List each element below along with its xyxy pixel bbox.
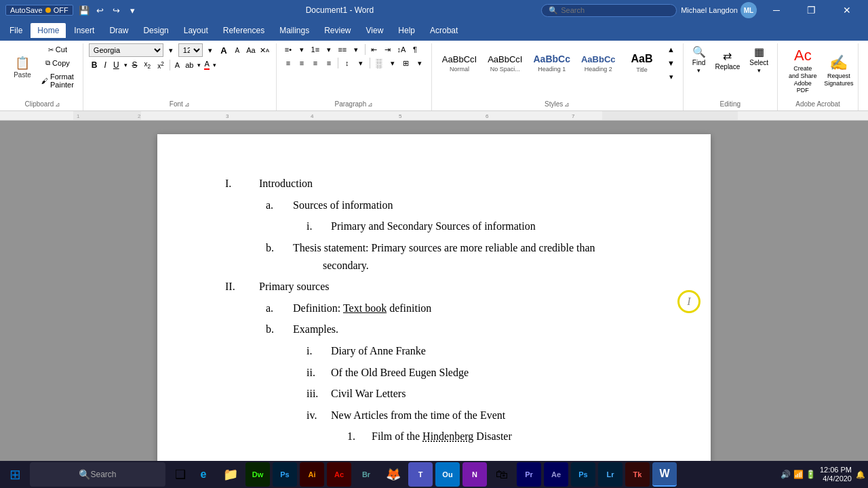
- taskbar-aftereffects[interactable]: Ae: [544, 462, 568, 487]
- numbering-dropdown[interactable]: ▾: [323, 43, 335, 56]
- clear-format-button[interactable]: ✕A: [258, 44, 271, 56]
- search-input[interactable]: [561, 6, 669, 14]
- font-size-select[interactable]: 12: [178, 43, 203, 57]
- more-quick-access-icon[interactable]: ▾: [127, 5, 138, 16]
- dictate-button[interactable]: 🎤 Dictate ▾: [864, 43, 868, 83]
- font-size-dropdown-btn[interactable]: ▾: [204, 44, 216, 56]
- find-button[interactable]: 🔍 Find ▾: [689, 43, 709, 76]
- menu-insert[interactable]: Insert: [67, 23, 101, 38]
- styles-expand-icon[interactable]: ⊿: [564, 101, 570, 108]
- increase-font-button[interactable]: A: [218, 44, 230, 56]
- multilevel-dropdown[interactable]: ▾: [350, 43, 362, 56]
- borders-dropdown[interactable]: ▾: [414, 57, 426, 69]
- menu-layout[interactable]: Layout: [177, 23, 215, 38]
- align-left-button[interactable]: ≡: [282, 57, 294, 69]
- strikethrough-button[interactable]: S: [130, 59, 140, 71]
- menu-design[interactable]: Design: [136, 23, 175, 38]
- italic-button[interactable]: I: [102, 59, 109, 71]
- minimize-button[interactable]: ─: [761, 0, 792, 20]
- taskbar-edge[interactable]: e: [191, 462, 216, 487]
- menu-draw[interactable]: Draw: [102, 23, 135, 38]
- highlight-button[interactable]: ab: [183, 60, 196, 70]
- copy-button[interactable]: ⧉ Copy: [38, 57, 77, 69]
- borders-button[interactable]: ⊞: [400, 57, 412, 69]
- taskbar-illustrator[interactable]: Ai: [300, 462, 324, 487]
- highlight-dropdown[interactable]: ▾: [197, 62, 201, 68]
- taskbar-premiere[interactable]: Pr: [517, 462, 541, 487]
- select-button[interactable]: ▦ Select ▾: [746, 43, 772, 76]
- document-page[interactable]: I. Introduction a. Sources of informatio…: [157, 134, 711, 473]
- taskbar-store[interactable]: 🛍: [490, 462, 514, 487]
- undo-icon[interactable]: ↩: [95, 5, 106, 16]
- line-spacing-button[interactable]: ↕: [341, 57, 353, 69]
- shading-button[interactable]: ░: [373, 57, 385, 69]
- close-button[interactable]: ✕: [831, 0, 863, 20]
- font-color-button[interactable]: A: [202, 58, 211, 71]
- underline-button[interactable]: U: [111, 59, 122, 71]
- menu-help[interactable]: Help: [391, 23, 422, 38]
- bold-button[interactable]: B: [89, 59, 100, 71]
- font-name-dropdown-btn[interactable]: ▾: [165, 44, 177, 56]
- increase-indent-button[interactable]: ⇥: [382, 43, 394, 56]
- menu-file[interactable]: File: [3, 23, 29, 38]
- taskbar-onenote[interactable]: N: [462, 462, 487, 487]
- taskbar-firefox[interactable]: 🦊: [381, 462, 406, 487]
- create-share-pdf-button[interactable]: Ac Create and ShareAdobe PDF: [783, 43, 823, 98]
- styles-scroll-down[interactable]: ▼: [665, 57, 677, 69]
- clipboard-expand-icon[interactable]: ⊿: [55, 101, 60, 108]
- paste-button[interactable]: 📋 Paste: [8, 50, 37, 84]
- show-hide-button[interactable]: ¶: [409, 43, 421, 56]
- underline-dropdown[interactable]: ▾: [124, 62, 127, 68]
- replace-button[interactable]: ⇄ Replace: [712, 47, 744, 73]
- autosave-badge[interactable]: AutoSave OFF: [5, 5, 73, 16]
- taskbar-lightroom[interactable]: Lr: [598, 462, 623, 487]
- clock-date[interactable]: 12:06 PM 4/4/2020: [820, 466, 852, 483]
- start-button[interactable]: ⊞: [3, 462, 27, 487]
- taskbar-bridge[interactable]: Br: [354, 462, 378, 487]
- search-box[interactable]: 🔍: [541, 4, 677, 17]
- redo-icon[interactable]: ↪: [111, 5, 122, 16]
- menu-home[interactable]: Home: [31, 23, 66, 38]
- save-icon[interactable]: 💾: [79, 5, 90, 16]
- style-heading1-button[interactable]: AaBbCc Heading 1: [528, 44, 574, 82]
- superscript-button[interactable]: x2: [155, 59, 167, 71]
- decrease-indent-button[interactable]: ⇤: [368, 43, 380, 56]
- multilevel-button[interactable]: ≡≡: [336, 43, 349, 56]
- styles-scroll-up[interactable]: ▲: [665, 43, 677, 56]
- style-title-button[interactable]: AaB Title: [622, 44, 663, 82]
- style-no-spacing-button[interactable]: AaBbCcI No Spaci...: [483, 44, 527, 82]
- taskbar-word[interactable]: W: [652, 462, 677, 487]
- cut-button[interactable]: ✂ Cut: [38, 43, 77, 56]
- bullets-button[interactable]: ≡•: [282, 43, 294, 56]
- task-view-btn[interactable]: ❑: [168, 462, 193, 487]
- menu-view[interactable]: View: [359, 23, 391, 38]
- find-dropdown[interactable]: ▾: [697, 67, 701, 74]
- text-effect-button[interactable]: A: [173, 60, 182, 70]
- decrease-font-button[interactable]: A: [231, 44, 243, 56]
- line-spacing-dropdown[interactable]: ▾: [355, 57, 367, 69]
- menu-references[interactable]: References: [216, 23, 271, 38]
- menu-review[interactable]: Review: [317, 23, 357, 38]
- format-painter-button[interactable]: 🖌 Format Painter: [38, 70, 77, 91]
- taskbar-photoshop2[interactable]: Ps: [571, 462, 595, 487]
- request-sigs-button[interactable]: ✍ RequestSignatures: [825, 51, 852, 91]
- font-name-select[interactable]: Georgia: [89, 43, 163, 57]
- paragraph-expand-icon[interactable]: ⊿: [368, 101, 373, 108]
- taskbar-teams[interactable]: T: [408, 462, 433, 487]
- menu-mailings[interactable]: Mailings: [273, 23, 316, 38]
- justify-button[interactable]: ≡: [323, 57, 335, 69]
- notification-btn[interactable]: 🔔: [856, 470, 865, 479]
- restore-button[interactable]: ❐: [796, 0, 827, 20]
- style-normal-button[interactable]: AaBbCcI Normal: [437, 44, 481, 82]
- shading-dropdown[interactable]: ▾: [387, 57, 399, 69]
- numbering-button[interactable]: 1≡: [309, 43, 321, 56]
- font-expand-icon[interactable]: ⊿: [184, 101, 190, 108]
- style-heading2-button[interactable]: AaBbCc Heading 2: [576, 44, 620, 82]
- select-dropdown[interactable]: ▾: [757, 67, 761, 74]
- align-center-button[interactable]: ≡: [296, 57, 308, 69]
- sort-button[interactable]: ↕A: [395, 43, 408, 56]
- taskbar-outlook[interactable]: Ou: [435, 462, 460, 487]
- change-case-button[interactable]: Aa: [245, 44, 257, 56]
- taskbar-explorer[interactable]: 📁: [218, 462, 243, 487]
- subscript-button[interactable]: x2: [142, 59, 154, 71]
